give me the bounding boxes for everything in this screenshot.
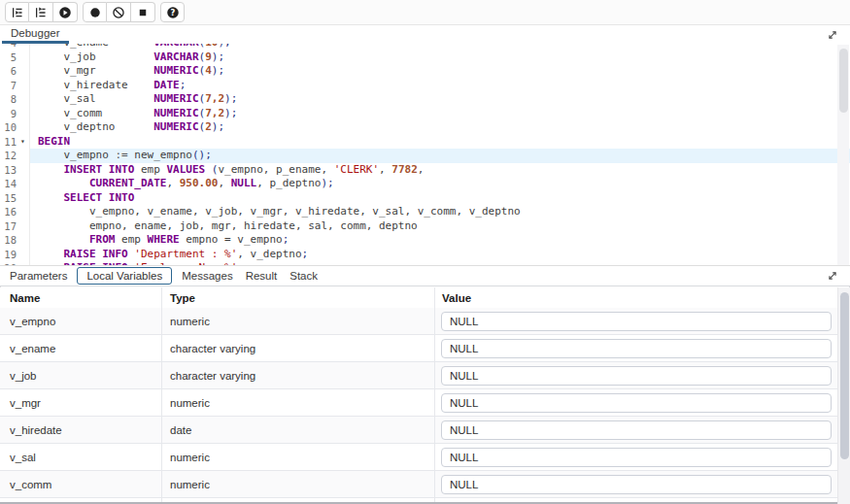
code-line-16[interactable]: 16 v_empno, v_ename, v_job, v_mgr, v_hir… bbox=[0, 205, 850, 219]
debugger-toolbar: ? bbox=[0, 0, 850, 25]
bottom-tab-bar: ParametersLocal VariablesMessagesResultS… bbox=[0, 265, 850, 286]
toggle-breakpoint-button[interactable] bbox=[83, 2, 107, 22]
line-number: 10 bbox=[0, 120, 17, 135]
variable-value-cell bbox=[435, 471, 837, 497]
variable-value-input[interactable] bbox=[441, 420, 832, 440]
code-line-17[interactable]: 17 empno, ename, job, mgr, hiredate, sal… bbox=[0, 219, 850, 234]
line-number: 7 bbox=[0, 79, 17, 93]
toolbar-button-group bbox=[83, 2, 155, 22]
code-text: INSERT INTO emp VALUES (v_empno, p_ename… bbox=[30, 163, 850, 178]
editor-scrollbar-thumb[interactable] bbox=[839, 49, 848, 113]
code-text: CURRENT_DATE, 950.00, NULL, p_deptno); bbox=[30, 177, 850, 191]
line-number: 17 bbox=[0, 219, 17, 234]
column-header-name[interactable]: Name bbox=[0, 287, 162, 308]
line-number: 9 bbox=[0, 107, 17, 121]
tab-messages[interactable]: Messages bbox=[182, 268, 232, 284]
help-button[interactable]: ? bbox=[160, 2, 185, 22]
table-row: v_mgrnumeric bbox=[0, 389, 837, 417]
code-line-19[interactable]: 19 RAISE INFO 'Department : %', v_deptno… bbox=[0, 248, 850, 262]
code-line-13[interactable]: 13 INSERT INTO emp VALUES (v_empno, p_en… bbox=[0, 163, 850, 178]
code-line-5[interactable]: 5 v_job VARCHAR(9); bbox=[0, 50, 850, 65]
line-number: 19 bbox=[0, 248, 17, 262]
expand-variables-panel-button[interactable] bbox=[826, 268, 841, 284]
step-over-button[interactable] bbox=[29, 2, 53, 22]
tab-stack[interactable]: Stack bbox=[289, 268, 318, 284]
expand-editor-panel-button[interactable] bbox=[826, 27, 841, 43]
step-into-icon bbox=[11, 6, 24, 19]
step-into-button[interactable] bbox=[5, 2, 29, 22]
line-number: 16 bbox=[0, 205, 17, 219]
code-line-10[interactable]: 10 v_deptno NUMERIC(2); bbox=[0, 120, 850, 135]
variable-name-cell: v_ename bbox=[0, 335, 162, 361]
variable-name-cell: v_comm bbox=[0, 471, 162, 497]
tab-local-variables[interactable]: Local Variables bbox=[77, 267, 172, 285]
fold-gutter bbox=[17, 191, 30, 206]
code-text: SELECT INTO bbox=[30, 191, 850, 206]
panel-tab-bar: Debugger bbox=[0, 25, 850, 45]
variable-value-input[interactable] bbox=[441, 448, 832, 467]
code-line-7[interactable]: 7 v_hiredate DATE; bbox=[0, 79, 850, 93]
code-editor[interactable]: 4 v_ename VARCHAR(10);5 v_job VARCHAR(9)… bbox=[0, 44, 850, 265]
variable-name-cell: v_empno bbox=[0, 308, 162, 334]
code-line-18[interactable]: 18 FROM emp WHERE empno = v_empno; bbox=[0, 233, 850, 248]
tab-parameters[interactable]: Parameters bbox=[10, 268, 67, 284]
fold-gutter bbox=[17, 50, 30, 65]
code-line-14[interactable]: 14 CURRENT_DATE, 950.00, NULL, p_deptno)… bbox=[0, 177, 850, 191]
stop-button[interactable] bbox=[131, 2, 155, 22]
line-number: 11 bbox=[0, 135, 17, 150]
column-header-type[interactable]: Type bbox=[162, 287, 435, 308]
table-row: v_jobcharacter varying bbox=[0, 362, 837, 389]
variable-type-cell: numeric bbox=[162, 389, 435, 416]
variable-value-input[interactable] bbox=[441, 393, 832, 413]
table-row: v_commnumeric bbox=[0, 471, 837, 498]
editor-scrollbar[interactable] bbox=[837, 45, 849, 265]
fold-gutter bbox=[17, 92, 30, 107]
svg-text:?: ? bbox=[170, 7, 175, 17]
fold-gutter bbox=[17, 79, 30, 93]
variables-scrollbar-thumb[interactable] bbox=[840, 292, 849, 459]
variable-type-cell: numeric bbox=[162, 444, 435, 470]
code-line-6[interactable]: 6 v_mgr NUMERIC(4); bbox=[0, 64, 850, 79]
line-number: 18 bbox=[0, 233, 17, 248]
code-line-9[interactable]: 9 v_comm NUMERIC(7,2); bbox=[0, 107, 850, 121]
line-number: 8 bbox=[0, 92, 17, 107]
step-over-icon bbox=[34, 6, 48, 19]
diagonal-resize-icon bbox=[826, 269, 841, 283]
code-text: RAISE INFO 'Department : %', v_deptno; bbox=[30, 248, 850, 262]
variable-value-cell bbox=[435, 335, 837, 361]
code-line-12[interactable]: 12 v_empno := new_empno(); bbox=[0, 149, 850, 163]
tab-debugger[interactable]: Debugger bbox=[2, 25, 69, 44]
code-text: v_job VARCHAR(9); bbox=[30, 50, 850, 65]
code-text: empno, ename, job, mgr, hiredate, sal, c… bbox=[30, 219, 850, 234]
variable-value-input[interactable] bbox=[441, 475, 832, 494]
fold-gutter bbox=[17, 219, 30, 234]
fold-gutter bbox=[17, 149, 30, 163]
fold-gutter bbox=[17, 233, 30, 248]
variable-value-input[interactable] bbox=[441, 366, 832, 386]
variables-table-header: Name Type Value bbox=[0, 287, 837, 309]
code-line-11[interactable]: 11▾BEGIN bbox=[0, 135, 850, 150]
code-text: v_comm NUMERIC(7,2); bbox=[30, 107, 850, 121]
variable-name-cell: v_hiredate bbox=[0, 417, 162, 443]
diagonal-resize-icon bbox=[826, 28, 841, 42]
code-line-8[interactable]: 8 v_sal NUMERIC(7,2); bbox=[0, 92, 850, 107]
table-row: v_salnumeric bbox=[0, 444, 837, 471]
code-text: v_sal NUMERIC(7,2); bbox=[30, 92, 850, 107]
fold-gutter bbox=[17, 163, 30, 178]
fold-marker-icon[interactable]: ▾ bbox=[17, 135, 30, 150]
fold-gutter bbox=[17, 205, 30, 219]
variable-value-input[interactable] bbox=[441, 339, 832, 358]
code-line-15[interactable]: 15 SELECT INTO bbox=[0, 191, 850, 206]
code-text: BEGIN bbox=[30, 135, 850, 150]
variable-value-input[interactable] bbox=[441, 312, 832, 331]
fold-gutter bbox=[17, 107, 30, 121]
clear-all-breakpoints-button[interactable] bbox=[107, 2, 131, 22]
variable-type-cell: character varying bbox=[162, 335, 435, 361]
column-header-value[interactable]: Value bbox=[435, 287, 837, 308]
variable-type-cell: numeric bbox=[162, 308, 435, 334]
continue-button[interactable] bbox=[53, 2, 78, 22]
fold-gutter bbox=[17, 177, 30, 191]
variables-scrollbar[interactable] bbox=[837, 287, 850, 504]
tab-result[interactable]: Result bbox=[246, 268, 278, 284]
line-number: 5 bbox=[0, 50, 17, 65]
